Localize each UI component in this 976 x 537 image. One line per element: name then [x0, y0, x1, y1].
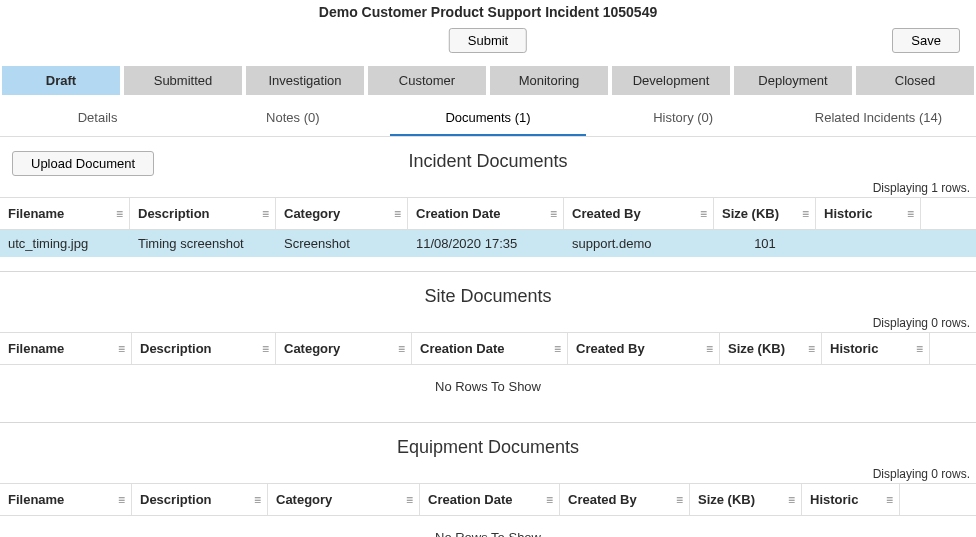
col-creation-date[interactable]: Creation Date≡ [420, 484, 560, 515]
col-createdby-label: Created By [572, 206, 641, 221]
tab-related-incidents[interactable]: Related Incidents (14) [781, 101, 976, 136]
column-menu-icon[interactable]: ≡ [262, 343, 269, 355]
column-menu-icon[interactable]: ≡ [886, 494, 893, 506]
tab-details[interactable]: Details [0, 101, 195, 136]
column-menu-icon[interactable]: ≡ [788, 494, 795, 506]
site-row-count: Displaying 0 rows. [0, 312, 976, 332]
tab-documents[interactable]: Documents (1) [390, 101, 585, 136]
col-historic-label: Historic [824, 206, 872, 221]
status-tab-draft[interactable]: Draft [2, 66, 120, 95]
cell-category: Screenshot [276, 230, 408, 257]
col-creation-date[interactable]: Creation Date≡ [408, 198, 564, 229]
column-menu-icon[interactable]: ≡ [398, 343, 405, 355]
column-menu-icon[interactable]: ≡ [676, 494, 683, 506]
status-tab-deployment[interactable]: Deployment [734, 66, 852, 95]
column-menu-icon[interactable]: ≡ [406, 494, 413, 506]
equipment-documents-section: Equipment Documents Displaying 0 rows. F… [0, 437, 976, 537]
col-filename-label: Filename [8, 341, 64, 356]
column-menu-icon[interactable]: ≡ [907, 208, 914, 220]
col-creation-label: Creation Date [416, 206, 501, 221]
column-menu-icon[interactable]: ≡ [706, 343, 713, 355]
col-createdby-label: Created By [576, 341, 645, 356]
status-tab-customer[interactable]: Customer [368, 66, 486, 95]
equipment-grid-header: Filename≡ Description≡ Category≡ Creatio… [0, 483, 976, 516]
cell-size: 101 [714, 230, 816, 257]
section-tabs: Details Notes (0) Documents (1) History … [0, 101, 976, 137]
col-size[interactable]: Size (KB)≡ [720, 333, 822, 364]
save-button[interactable]: Save [892, 28, 960, 53]
column-menu-icon[interactable]: ≡ [554, 343, 561, 355]
col-created-by[interactable]: Created By≡ [564, 198, 714, 229]
column-menu-icon[interactable]: ≡ [254, 494, 261, 506]
column-menu-icon[interactable]: ≡ [550, 208, 557, 220]
col-creation-date[interactable]: Creation Date≡ [412, 333, 568, 364]
site-grid-header: Filename≡ Description≡ Category≡ Creatio… [0, 332, 976, 365]
col-filename[interactable]: Filename≡ [0, 198, 130, 229]
col-size-label: Size (KB) [728, 341, 785, 356]
col-category[interactable]: Category≡ [276, 198, 408, 229]
upload-document-button[interactable]: Upload Document [12, 151, 154, 176]
col-size-label: Size (KB) [722, 206, 779, 221]
col-description[interactable]: Description≡ [130, 198, 276, 229]
col-historic[interactable]: Historic≡ [816, 198, 921, 229]
col-trailing [921, 198, 961, 229]
column-menu-icon[interactable]: ≡ [394, 208, 401, 220]
status-tabs: Draft Submitted Investigation Customer M… [0, 66, 976, 95]
status-tab-development[interactable]: Development [612, 66, 730, 95]
submit-button[interactable]: Submit [449, 28, 527, 53]
tab-history[interactable]: History (0) [586, 101, 781, 136]
col-description-label: Description [140, 492, 212, 507]
col-filename[interactable]: Filename≡ [0, 484, 132, 515]
col-created-by[interactable]: Created By≡ [568, 333, 720, 364]
status-tab-submitted[interactable]: Submitted [124, 66, 242, 95]
col-size[interactable]: Size (KB)≡ [690, 484, 802, 515]
col-created-by[interactable]: Created By≡ [560, 484, 690, 515]
cell-historic [816, 230, 921, 257]
col-trailing [930, 333, 970, 364]
col-creation-label: Creation Date [428, 492, 513, 507]
col-description-label: Description [140, 341, 212, 356]
incident-grid-header: Filename≡ Description≡ Category≡ Creatio… [0, 197, 976, 230]
column-menu-icon[interactable]: ≡ [116, 208, 123, 220]
site-documents-section: Site Documents Displaying 0 rows. Filena… [0, 286, 976, 423]
col-createdby-label: Created By [568, 492, 637, 507]
col-size[interactable]: Size (KB)≡ [714, 198, 816, 229]
incident-documents-section: Upload Document Incident Documents Displ… [0, 151, 976, 272]
col-creation-label: Creation Date [420, 341, 505, 356]
col-filename[interactable]: Filename≡ [0, 333, 132, 364]
cell-description: Timing screenshot [130, 230, 276, 257]
col-category[interactable]: Category≡ [268, 484, 420, 515]
column-menu-icon[interactable]: ≡ [118, 343, 125, 355]
column-menu-icon[interactable]: ≡ [262, 208, 269, 220]
col-historic[interactable]: Historic≡ [802, 484, 900, 515]
col-category-label: Category [276, 492, 332, 507]
col-filename-label: Filename [8, 492, 64, 507]
column-menu-icon[interactable]: ≡ [700, 208, 707, 220]
cell-createdby: support.demo [564, 230, 714, 257]
column-menu-icon[interactable]: ≡ [802, 208, 809, 220]
tab-notes[interactable]: Notes (0) [195, 101, 390, 136]
status-tab-investigation[interactable]: Investigation [246, 66, 364, 95]
col-filename-label: Filename [8, 206, 64, 221]
cell-filename: utc_timing.jpg [0, 230, 130, 257]
col-description[interactable]: Description≡ [132, 484, 268, 515]
status-tab-closed[interactable]: Closed [856, 66, 974, 95]
site-no-rows: No Rows To Show [0, 365, 976, 408]
col-historic-label: Historic [810, 492, 858, 507]
col-category[interactable]: Category≡ [276, 333, 412, 364]
col-trailing [900, 484, 940, 515]
equipment-no-rows: No Rows To Show [0, 516, 976, 537]
column-menu-icon[interactable]: ≡ [118, 494, 125, 506]
status-tab-monitoring[interactable]: Monitoring [490, 66, 608, 95]
col-historic-label: Historic [830, 341, 878, 356]
col-category-label: Category [284, 341, 340, 356]
page-title: Demo Customer Product Support Incident 1… [0, 4, 976, 20]
column-menu-icon[interactable]: ≡ [546, 494, 553, 506]
column-menu-icon[interactable]: ≡ [808, 343, 815, 355]
col-description[interactable]: Description≡ [132, 333, 276, 364]
col-historic[interactable]: Historic≡ [822, 333, 930, 364]
col-category-label: Category [284, 206, 340, 221]
cell-creation: 11/08/2020 17:35 [408, 230, 564, 257]
column-menu-icon[interactable]: ≡ [916, 343, 923, 355]
table-row[interactable]: utc_timing.jpg Timing screenshot Screens… [0, 230, 976, 257]
